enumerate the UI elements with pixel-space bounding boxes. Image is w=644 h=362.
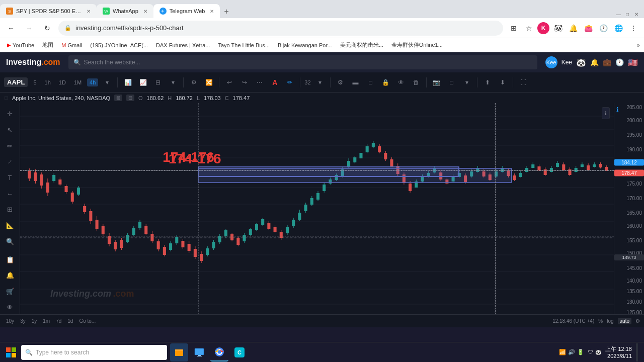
address-bar[interactable]: 🔒 investing.com/etfs/spdr-s-p-500-chart <box>58 21 503 36</box>
search-bar[interactable]: 🔍 Type here to search <box>21 345 167 360</box>
bookmark-gold[interactable]: 金寿群伙伴Online1... <box>388 40 446 50</box>
tab-spy[interactable]: S SPY | SPDR S&P 500 ETF Chart ... ✕ <box>0 4 97 18</box>
battery-icon[interactable]: 🔋 <box>577 349 584 355</box>
start-button[interactable] <box>2 343 20 361</box>
bell-site-icon[interactable]: 🔔 <box>590 58 599 66</box>
tf-1y[interactable]: 1y <box>30 318 39 324</box>
minimize-button[interactable]: — <box>615 11 622 18</box>
tf-1h[interactable]: 1h <box>42 78 53 86</box>
tf-4h[interactable]: 4h <box>87 78 98 86</box>
tf-1m[interactable]: 1m <box>41 318 52 324</box>
fullscreen-icon[interactable]: ⛶ <box>517 76 529 88</box>
portfolio-icon[interactable]: 💼 <box>603 58 611 66</box>
upload-icon[interactable]: ⬆ <box>481 76 494 88</box>
bookmark-bijak[interactable]: Bijak Kewangan Por... <box>275 41 335 49</box>
maximize-button[interactable]: □ <box>624 11 631 18</box>
shape-draw-tool[interactable]: ⊞ <box>3 203 17 217</box>
tf-7d[interactable]: 7d <box>54 318 63 324</box>
rect-icon[interactable]: □ <box>365 76 377 88</box>
tab-close-telegram[interactable]: ✕ <box>210 9 214 14</box>
lang-icon[interactable]: 🌐 <box>612 22 625 35</box>
download-icon[interactable]: ⬇ <box>497 76 509 88</box>
profile-icon[interactable]: K <box>537 22 549 34</box>
more-icon[interactable]: ▾ <box>461 76 473 88</box>
strategy-tool[interactable]: 🛒 <box>3 285 17 299</box>
close-button[interactable]: ✕ <box>633 11 640 18</box>
goto-button[interactable]: Go to... <box>77 318 98 324</box>
text-draw-tool[interactable]: T <box>3 171 17 185</box>
tab-close-whatsapp[interactable]: ✕ <box>143 9 147 14</box>
tf-1d[interactable]: 1d <box>65 318 75 324</box>
ticker-box[interactable]: AAPL <box>4 77 28 87</box>
chart-area[interactable]: 174-176 Investing.com .com ℹ <box>20 103 614 314</box>
brush-icon[interactable]: ✏ <box>284 76 296 88</box>
text-tool-icon[interactable]: A <box>269 76 281 88</box>
bookmarks-more[interactable]: » <box>636 42 640 49</box>
network-icon[interactable]: 📶 <box>559 349 566 355</box>
redo-icon[interactable]: ↪ <box>238 76 251 88</box>
tf-5[interactable]: 5 <box>31 78 39 86</box>
bookmark-jyonline[interactable]: (195) JYOnline_ACE(... <box>87 41 151 49</box>
flag-icon[interactable]: 🇺🇸 <box>628 58 638 67</box>
clock-site-icon[interactable]: 🕐 <box>615 58 624 66</box>
bookmark-usd[interactable]: 美元商权的击米... <box>337 40 386 50</box>
undo-icon[interactable]: ↩ <box>223 76 235 88</box>
tf-3y[interactable]: 3y <box>18 318 28 324</box>
tf-dropdown-icon[interactable]: ▾ <box>101 76 113 88</box>
screenshot-icon[interactable]: 📷 <box>431 76 443 88</box>
extensions-icon[interactable]: ⊞ <box>507 22 520 35</box>
line-chart-icon[interactable]: 📈 <box>137 76 149 88</box>
taskbar-chrome[interactable] <box>210 343 228 361</box>
compare-icon[interactable]: 🔀 <box>203 76 215 88</box>
bar-chart-icon[interactable]: 📊 <box>122 76 134 88</box>
eye-tool[interactable]: 👁 <box>3 300 17 314</box>
user-avatar[interactable]: Kee <box>545 56 557 68</box>
taskbar-file-manager[interactable] <box>170 343 188 361</box>
zoom-tool[interactable]: 🔍 <box>3 235 17 249</box>
history-icon[interactable]: 🕐 <box>597 22 610 35</box>
trash-icon[interactable]: 🗑 <box>410 76 422 88</box>
panda-icon[interactable]: 🐼 <box>551 22 565 35</box>
crosshair-tool[interactable]: ✛ <box>3 107 17 121</box>
heikin-icon[interactable]: ⊟ <box>152 76 164 88</box>
style-icon[interactable]: ⚙ <box>335 76 347 88</box>
site-search-bar[interactable]: 🔍 Search the website... <box>68 55 537 69</box>
bookmark-dax[interactable]: DAX Futures | Xetra... <box>153 41 213 49</box>
tf-1m[interactable]: 1M <box>71 78 84 86</box>
back-arrow-tool[interactable]: ← <box>3 187 17 201</box>
cursor-tool[interactable]: ↖ <box>3 123 17 137</box>
lock-icon[interactable]: 🔒 <box>380 76 392 88</box>
bookmark-maps[interactable]: 地图 <box>39 40 56 50</box>
watchlist-tool[interactable]: 📋 <box>3 252 17 266</box>
taskbar-monitor[interactable] <box>190 343 208 361</box>
alert-tool[interactable]: 🔔 <box>3 268 17 283</box>
shape-icon[interactable]: ▬ <box>350 76 362 88</box>
price-axis-info[interactable]: ℹ <box>616 106 619 113</box>
tf-10y[interactable]: 10y <box>4 318 16 324</box>
forward-button[interactable]: → <box>22 21 36 35</box>
tab-telegram[interactable]: ✈ Telegram Web ✕ <box>153 4 220 18</box>
notification-icon[interactable]: 🔔 <box>567 22 580 35</box>
notification-panel-button[interactable] <box>636 343 638 361</box>
new-tab-button[interactable]: + <box>220 5 232 18</box>
pct-toggle[interactable]: % <box>598 318 603 324</box>
eye-icon[interactable]: 👁 <box>395 76 407 88</box>
wallet-icon[interactable]: 👛 <box>582 22 595 35</box>
reload-button[interactable]: ↻ <box>40 21 54 35</box>
pen-tool[interactable]: ✏ <box>3 139 17 153</box>
settings-icon[interactable]: ⚙ <box>635 318 640 324</box>
volume-icon[interactable]: 🔊 <box>568 349 575 355</box>
bookmark-icon[interactable]: ☆ <box>522 22 535 35</box>
panda-site-icon[interactable]: 🐼 <box>576 58 586 67</box>
info-panel-toggle[interactable]: ℹ <box>602 107 610 119</box>
drawing-more-icon[interactable]: ⋯ <box>254 76 266 88</box>
bookmark-tayo[interactable]: Tayo The Little Bus... <box>215 41 273 49</box>
measure-tool[interactable]: 📐 <box>3 219 17 233</box>
tab-whatsapp[interactable]: W WhatsApp ✕ <box>97 4 153 18</box>
back-button[interactable]: ← <box>4 21 18 35</box>
font-size-dropdown[interactable]: ▾ <box>314 76 326 88</box>
taskbar-unknown-app[interactable]: C <box>230 343 249 361</box>
log-toggle[interactable]: log <box>607 318 613 324</box>
bookmark-youtube[interactable]: ▶ YouTube <box>4 41 37 49</box>
indicators-icon[interactable]: ⚙ <box>188 76 200 88</box>
